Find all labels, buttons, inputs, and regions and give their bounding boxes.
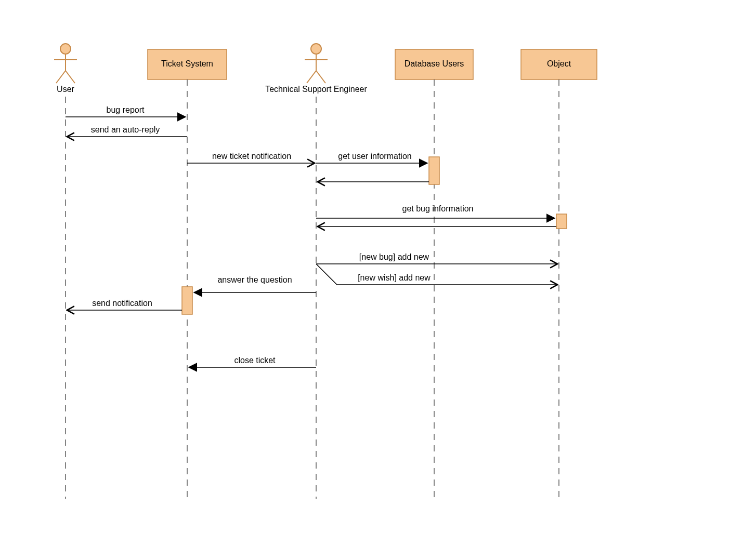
svg-text:new ticket notification: new ticket notification (212, 152, 291, 161)
svg-text:answer the question: answer the question (217, 275, 292, 284)
participant-object-label: Object (547, 59, 571, 68)
message-get-user-information: get user information (316, 152, 427, 163)
svg-line-3 (56, 71, 66, 83)
svg-line-9 (307, 71, 316, 83)
svg-text:send notification: send notification (92, 299, 152, 308)
svg-text:[new bug] add new: [new bug] add new (359, 252, 429, 261)
message-get-bug-information: get bug information (316, 204, 554, 218)
svg-text:get user information: get user information (338, 152, 411, 161)
participant-tse-label: Technical Support Engineer (265, 85, 367, 94)
message-auto-reply: send an auto-reply (68, 125, 187, 137)
activation-obj (556, 214, 567, 229)
participant-ticket-system-label: Ticket System (161, 59, 213, 68)
activation-ticket (182, 287, 192, 314)
svg-text:get bug information: get bug information (402, 204, 474, 213)
participant-user: User (54, 44, 77, 499)
svg-text:close ticket: close ticket (234, 356, 276, 365)
activation-db (429, 157, 439, 184)
svg-line-4 (66, 71, 75, 83)
svg-point-6 (311, 44, 321, 54)
message-new-ticket-notification: new ticket notification (187, 152, 314, 163)
svg-text:bug report: bug report (107, 105, 145, 114)
message-new-bug-add-new: [new bug] add new (316, 252, 557, 264)
participant-object: Object (521, 49, 597, 499)
message-send-notification: send notification (68, 299, 182, 310)
svg-text:send an auto-reply: send an auto-reply (91, 125, 160, 134)
svg-line-10 (316, 71, 325, 83)
message-new-wish-add-new: [new wish] add new (316, 264, 557, 285)
svg-text:[new wish] add new: [new wish] add new (358, 273, 431, 282)
message-answer-the-question: answer the question (194, 275, 316, 292)
participant-database-users-label: Database Users (405, 59, 464, 68)
svg-point-0 (60, 44, 71, 54)
message-close-ticket: close ticket (189, 356, 316, 367)
participant-user-label: User (57, 85, 74, 94)
participant-tse: Technical Support Engineer (265, 44, 367, 499)
message-bug-report: bug report (66, 105, 185, 117)
sequence-diagram: User Ticket System Technical Support Eng… (0, 0, 756, 533)
